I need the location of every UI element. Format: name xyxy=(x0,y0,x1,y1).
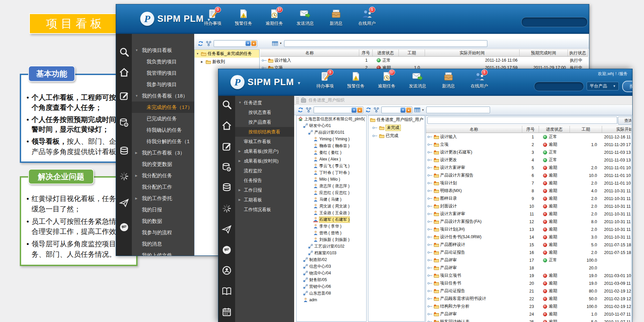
status-filter-input[interactable]: ▼ ▲ xyxy=(381,107,412,113)
filter-up-button[interactable]: ▲ xyxy=(357,108,362,113)
filter-down-button[interactable]: ▼ xyxy=(352,108,357,113)
filter-down-button[interactable]: ▼ xyxy=(400,108,406,113)
column-header[interactable]: 名称 xyxy=(426,126,522,133)
org-tree-node[interactable]: 季云飞 ( 季云飞 ) xyxy=(297,163,366,169)
home-icon[interactable] xyxy=(119,67,129,77)
filter-up-button[interactable]: ▲ xyxy=(406,108,411,113)
todo-button[interactable]: 3待办事项 xyxy=(314,71,336,89)
sidebar-item[interactable]: 审核工作看板 xyxy=(235,137,294,146)
org-tree-node[interactable]: 山东思普/08 xyxy=(297,290,366,297)
table-row[interactable]: 产品顾客需求说明书设计22逾期50.02011-02-19 12 xyxy=(426,295,631,303)
drag-handle-icon[interactable] xyxy=(296,97,299,104)
table-row[interactable]: 设计输入1正常2011-12-16 11 xyxy=(426,133,631,141)
sidebar-item[interactable]: 我的数据 xyxy=(132,215,194,227)
sidebar-item[interactable]: 我的变更数据 xyxy=(132,158,194,170)
org-tree-node[interactable]: adm xyxy=(297,297,366,303)
chat-icon[interactable] xyxy=(119,222,129,232)
tree-node[interactable]: 未完成 xyxy=(368,124,425,132)
table-row[interactable]: 设计方案评审5逾期2.02011-11-01 10 xyxy=(426,164,631,172)
table-row[interactable]: 产品评审24逾期1.02010-11-07 11 xyxy=(426,310,631,318)
table-row[interactable]: 项目计划7逾期2.02011-11-01 10 xyxy=(426,179,631,187)
sidebar-item[interactable]: 待我确认的任务 xyxy=(132,124,194,136)
chevron-down-icon[interactable]: ▼ xyxy=(422,109,424,112)
table-row[interactable]: 产品设计方案报告(FA)12逾期8.02011-10-31 11 xyxy=(426,218,631,226)
column-header[interactable]: 名称 xyxy=(260,49,359,57)
warn-button[interactable]: 预警任务 xyxy=(345,71,367,89)
filter-up-button[interactable]: ▲ xyxy=(251,41,256,46)
sidebar-item[interactable]: ▶工期看板 xyxy=(235,195,294,205)
users-button[interactable]: 1在线用户 xyxy=(356,9,378,26)
refresh-icon[interactable] xyxy=(298,107,304,113)
table-row[interactable]: 设计方案评审11逾期2.02011-10-31 11 xyxy=(426,210,631,218)
tree-view-icon[interactable] xyxy=(306,107,312,113)
table-row[interactable]: 产品设计方案报告6逾期10.02011-11-01 10 xyxy=(426,172,631,179)
home-icon[interactable] xyxy=(222,121,232,131)
calendar-icon[interactable] xyxy=(222,307,232,317)
table-columns-icon[interactable] xyxy=(414,107,420,113)
org-tree-node[interactable]: 石建军 ( 石建军 ) xyxy=(297,216,366,223)
sidebar-item[interactable]: 我参与的项目 xyxy=(132,79,194,90)
sidebar-item[interactable]: 按状态查看 xyxy=(235,108,294,117)
sidebar-item[interactable]: 按产品查看 xyxy=(235,117,294,127)
todo-button[interactable]: 3待办事项 xyxy=(202,9,223,26)
table-row[interactable]: 项目立项书19逾期19.02011-03-01 10 xyxy=(426,272,631,279)
column-header[interactable]: 实际开始时间 xyxy=(602,126,631,133)
column-header[interactable]: 工期 xyxy=(570,126,602,133)
org-tree-node[interactable]: 曾艳 ( 曾艳 ) xyxy=(297,230,366,236)
org-tree-node[interactable]: 丁叶春 ( 丁叶春 ) xyxy=(297,169,366,176)
sidebar-item[interactable]: ▶工作日报 xyxy=(235,185,294,195)
sidebar-item[interactable]: 流程监控 xyxy=(235,166,294,176)
sidebar-item[interactable]: 我的日报 xyxy=(132,204,194,215)
table-row[interactable]: 产品评审1820.0 xyxy=(426,264,631,272)
sidebar-item[interactable]: 未完成的任务（17） xyxy=(132,102,194,113)
table-row[interactable]: 产品论证报告21逾期80.02011-02-19 12 xyxy=(426,287,631,295)
quick-filter-input[interactable] xyxy=(426,107,490,113)
compose-icon[interactable] xyxy=(119,91,129,101)
table-row[interactable]: 封面设计10逾期2.02011-10-31 11 xyxy=(426,202,631,210)
sidebar-item[interactable]: 任务报告 xyxy=(235,176,294,185)
sidebar-item[interactable]: 我的消息 xyxy=(132,238,194,250)
table-row[interactable]: 明细表(MX)8逾期4.02011-10-31 11 xyxy=(426,187,631,195)
refresh-icon[interactable] xyxy=(198,41,204,47)
column-header[interactable]: 预期完成时间 xyxy=(520,49,568,57)
sidebar-item[interactable]: ▶我的工作委托 xyxy=(132,193,194,204)
org-tree-node[interactable]: 刘振新 ( 刘振新 ) xyxy=(297,236,366,243)
tree-node[interactable]: ▶新收到 xyxy=(195,58,259,66)
column-header[interactable]: 执行状态 xyxy=(568,49,588,57)
sidebar-item[interactable]: ▶成果看板(按时间) xyxy=(235,156,294,166)
search-button[interactable]: 搜索 xyxy=(622,81,633,92)
send-button[interactable]: 发送消息 xyxy=(407,71,428,89)
tree-node[interactable]: ▼任务看板_未完成的任务 xyxy=(195,50,259,58)
org-tree-node[interactable]: 姜红 ( 姜红 ) xyxy=(297,149,366,156)
org-tree-node[interactable]: 上海思普信息技术有限公司_plm5( xyxy=(297,116,366,122)
processes-icon[interactable] xyxy=(119,171,129,181)
overdue-button[interactable]: 17逾期任务 xyxy=(376,71,397,89)
table-row[interactable]: 项目任务书20逾期19.02011-03-09 11 xyxy=(426,279,631,287)
tree-node[interactable]: 已完成 xyxy=(368,132,425,140)
table-row[interactable]: 产品图样设计15逾期5.02011-07-15 18 xyxy=(426,241,631,249)
table-row[interactable]: 立项2逾期1.02011-11-20 17 xyxy=(426,141,631,148)
app-logo[interactable]: P SIPM PLM ▼ xyxy=(230,75,301,89)
sidebar-item[interactable]: 我的上传文件 xyxy=(132,250,194,256)
org-tree-node[interactable]: 物流中心/04 xyxy=(297,270,366,276)
column-header[interactable]: 进度状态 xyxy=(373,49,399,57)
sidebar-item[interactable]: ▼我的任务看板（18） xyxy=(132,90,194,102)
data-settings-icon[interactable] xyxy=(222,162,232,172)
org-tree-node[interactable]: 王金政 ( 王金政 ) xyxy=(297,209,366,216)
sidebar-item[interactable]: 我参与的流程 xyxy=(132,227,194,238)
tree-view-icon[interactable] xyxy=(373,107,379,113)
filter-down-button[interactable]: ▼ xyxy=(246,41,251,46)
org-tree-node[interactable]: 档案室/0103 xyxy=(297,250,366,256)
sidebar-item[interactable]: 我分配的工作 xyxy=(132,181,194,193)
org-tree-node[interactable]: Alex ( Alex ) xyxy=(297,156,366,163)
sidebar-item[interactable]: 待我分解的任务（1 xyxy=(132,136,194,147)
table-columns-icon[interactable] xyxy=(272,41,278,47)
org-tree-node[interactable]: 信息中心/03 xyxy=(297,263,366,270)
column-header[interactable]: 序号 xyxy=(359,49,373,57)
org-tree-node[interactable]: 应思红 ( 应思红 ) xyxy=(297,189,366,196)
sidebar-item[interactable]: ▼我的项目看板 xyxy=(132,45,194,56)
org-tree-node[interactable]: 制造部/02 xyxy=(297,256,366,263)
column-header[interactable]: 序号 xyxy=(522,126,539,133)
search-category-dropdown[interactable]: 平台产品 ▼ xyxy=(587,82,619,90)
sidebar-item[interactable]: ▶我的工作看板（3） xyxy=(132,147,194,158)
